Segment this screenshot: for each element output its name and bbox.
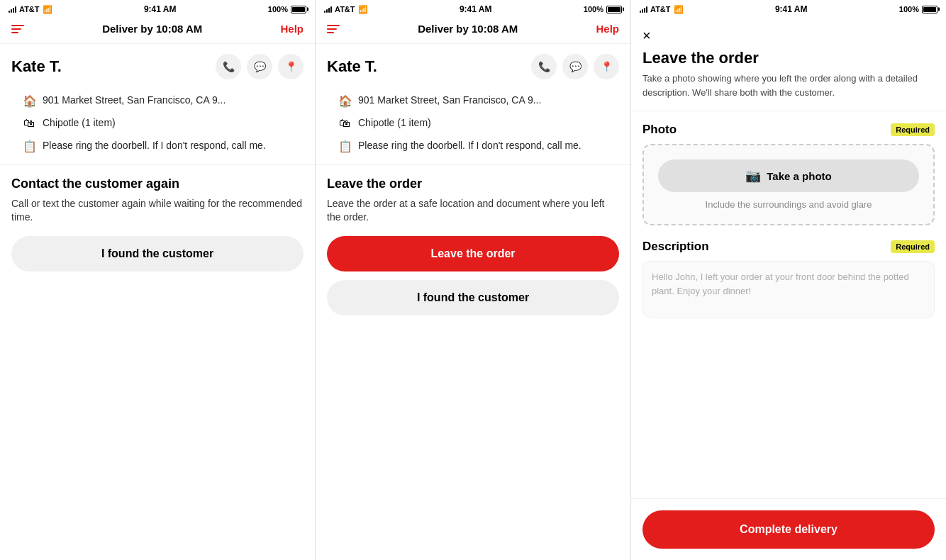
- bag-icon-1: 🛍: [23, 117, 35, 130]
- status-bar-2: AT&T 📶 9:41 AM 100%: [316, 0, 630, 17]
- complete-delivery-button[interactable]: Complete delivery: [642, 510, 935, 549]
- phone-button-1[interactable]: 📞: [216, 54, 241, 79]
- header-title-1: Deliver by 10:08 AM: [102, 23, 202, 35]
- carrier-2: AT&T: [335, 5, 355, 13]
- address-row-1: 🏠 901 Market Street, San Francisco, CA 9…: [11, 89, 304, 112]
- status-bar-3: AT&T 📶 9:41 AM 100%: [631, 0, 946, 17]
- message-button-2[interactable]: 💬: [562, 54, 588, 79]
- time-1: 9:41 AM: [144, 4, 177, 14]
- signal-icon-2: [324, 6, 332, 13]
- header-1: Deliver by 10:08 AM Help: [0, 17, 315, 44]
- note-row-1: 📋 Please ring the doorbell. If I don't r…: [11, 135, 304, 157]
- restaurant-text-2: Chipotle (1 item): [358, 116, 431, 130]
- menu-icon-2[interactable]: [327, 25, 340, 33]
- panel-top-section: × Leave the order Take a photo showing w…: [631, 17, 946, 111]
- close-button[interactable]: ×: [642, 28, 651, 43]
- map-button-1[interactable]: 📍: [278, 54, 304, 79]
- customer-section-1: Kate T. 📞 💬 📍 🏠 901 Market Street, San F…: [0, 44, 315, 165]
- wifi-icon-3: 📶: [674, 5, 684, 14]
- action-buttons-1: 📞 💬 📍: [216, 54, 304, 79]
- battery-icon-3: [922, 6, 937, 13]
- bag-icon-2: 🛍: [338, 117, 351, 130]
- panel-description: Take a photo showing where you left the …: [642, 72, 935, 99]
- info-rows-2: 🏠 901 Market Street, San Francisco, CA 9…: [327, 89, 619, 157]
- found-customer-button-2[interactable]: I found the customer: [327, 280, 619, 315]
- photo-title: Photo: [642, 123, 677, 137]
- found-customer-button-1[interactable]: I found the customer: [11, 236, 304, 271]
- info-rows-1: 🏠 901 Market Street, San Francisco, CA 9…: [11, 89, 304, 157]
- panel-content: Photo Required 📷 Take a photo Include th…: [631, 111, 946, 498]
- photo-box: 📷 Take a photo Include the surroundings …: [642, 144, 935, 225]
- action-desc-2: Leave the order at a safe location and d…: [327, 197, 619, 225]
- status-left-3: AT&T 📶: [640, 5, 684, 14]
- panel-title: Leave the order: [642, 49, 935, 67]
- action-title-1: Contact the customer again: [11, 177, 304, 191]
- restaurant-text-1: Chipotle (1 item): [43, 116, 116, 130]
- status-right-1: 100%: [268, 5, 306, 13]
- photo-hint: Include the surroundings and avoid glare: [706, 199, 872, 210]
- map-button-2[interactable]: 📍: [594, 54, 619, 79]
- customer-row-1: Kate T. 📞 💬 📍: [11, 54, 304, 79]
- customer-name-2: Kate T.: [327, 57, 377, 76]
- battery-pct-1: 100%: [268, 5, 288, 13]
- phone-button-2[interactable]: 📞: [531, 54, 557, 79]
- note-text-1: Please ring the doorbell. If I don't res…: [43, 139, 266, 153]
- status-right-2: 100%: [584, 5, 622, 13]
- action-section-2: Leave the order Leave the order at a saf…: [316, 165, 630, 560]
- take-photo-label: Take a photo: [767, 170, 831, 182]
- customer-section-2: Kate T. 📞 💬 📍 🏠 901 Market Street, San F…: [316, 44, 630, 165]
- panel-footer: Complete delivery: [631, 498, 946, 560]
- action-section-1: 4:59 Contact the customer again Call or …: [0, 165, 315, 560]
- customer-row-2: Kate T. 📞 💬 📍: [327, 54, 619, 79]
- time-2: 9:41 AM: [460, 4, 492, 14]
- status-bar-1: AT&T 📶 9:41 AM 100%: [0, 0, 315, 17]
- status-left-1: AT&T 📶: [9, 5, 52, 14]
- note-text-2: Please ring the doorbell. If I don't res…: [358, 139, 581, 153]
- battery-icon-1: [291, 6, 306, 13]
- wifi-icon-1: 📶: [43, 5, 52, 14]
- address-text-2: 901 Market Street, San Francisco, CA 9..…: [358, 94, 541, 108]
- battery-icon-2: [606, 6, 622, 13]
- note-row-2: 📋 Please ring the doorbell. If I don't r…: [327, 135, 619, 157]
- description-section-label: Description Required: [642, 240, 935, 254]
- battery-pct-3: 100%: [899, 5, 919, 13]
- screen-1: AT&T 📶 9:41 AM 100% Deliver by 10:08 AM …: [0, 0, 316, 560]
- action-desc-1: Call or text the customer again while wa…: [11, 197, 304, 225]
- description-title: Description: [642, 240, 709, 254]
- address-row-2: 🏠 901 Market Street, San Francisco, CA 9…: [327, 89, 619, 112]
- photo-required-badge: Required: [891, 123, 935, 136]
- screen-2: AT&T 📶 9:41 AM 100% Deliver by 10:08 AM …: [316, 0, 631, 560]
- header-title-2: Deliver by 10:08 AM: [418, 23, 518, 35]
- carrier-1: AT&T: [19, 5, 40, 13]
- note-icon-2: 📋: [338, 140, 351, 153]
- description-required-badge: Required: [891, 240, 935, 253]
- signal-icon-1: [9, 6, 16, 13]
- customer-name-1: Kate T.: [11, 57, 62, 76]
- action-title-2: Leave the order: [327, 177, 619, 191]
- leave-order-button[interactable]: Leave the order: [327, 236, 619, 271]
- take-photo-button[interactable]: 📷 Take a photo: [658, 159, 919, 192]
- menu-icon-1[interactable]: [11, 25, 24, 33]
- help-button-1[interactable]: Help: [280, 23, 304, 35]
- note-icon-1: 📋: [23, 140, 35, 153]
- message-button-1[interactable]: 💬: [247, 54, 272, 79]
- right-panel: AT&T 📶 9:41 AM 100% × Leave the order Ta…: [631, 0, 946, 560]
- description-placeholder[interactable]: Hello John, I left your order at your fr…: [642, 261, 935, 318]
- status-right-3: 100%: [899, 5, 937, 13]
- action-buttons-2: 📞 💬 📍: [531, 54, 619, 79]
- photo-section-label: Photo Required: [642, 123, 935, 137]
- restaurant-row-2: 🛍 Chipotle (1 item): [327, 112, 619, 135]
- home-icon-2: 🏠: [338, 94, 351, 108]
- signal-icon-3: [640, 6, 647, 13]
- camera-icon: 📷: [745, 168, 761, 184]
- time-3: 9:41 AM: [775, 4, 808, 14]
- wifi-icon-2: 📶: [358, 5, 368, 14]
- address-text-1: 901 Market Street, San Francisco, CA 9..…: [43, 94, 226, 108]
- status-left-2: AT&T 📶: [324, 5, 368, 14]
- help-button-2[interactable]: Help: [596, 23, 619, 35]
- header-2: Deliver by 10:08 AM Help: [316, 17, 630, 44]
- restaurant-row-1: 🛍 Chipotle (1 item): [11, 112, 304, 135]
- home-icon-1: 🏠: [23, 94, 35, 108]
- battery-pct-2: 100%: [584, 5, 603, 13]
- carrier-3: AT&T: [650, 5, 671, 13]
